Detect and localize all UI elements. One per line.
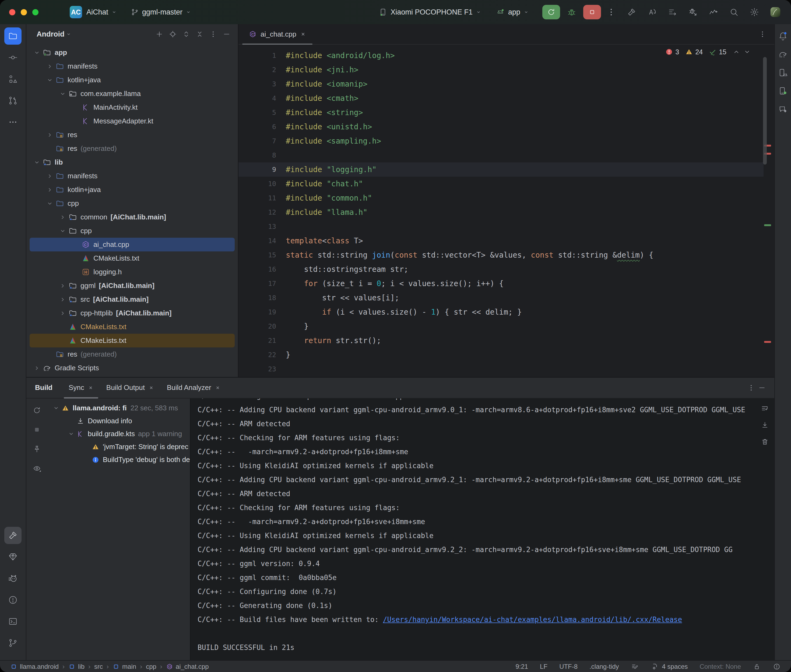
tree-item-messageadapter-kt[interactable]: MessageAdapter.kt — [30, 114, 235, 128]
breadcrumb-lib[interactable]: lib — [68, 663, 85, 670]
code-line-21[interactable]: 21 return str.str(); — [239, 333, 764, 348]
tree-item-cpp-httplib[interactable]: cpp-httplib[AiChat.lib.main] — [30, 306, 235, 320]
add-icon[interactable] — [153, 28, 165, 40]
debug-button[interactable] — [565, 5, 579, 19]
structure-icon[interactable] — [4, 70, 21, 88]
console-link[interactable]: /Users/hanyin/Workspace/ai-chat/examples… — [383, 616, 682, 624]
tree-item-logging-h[interactable]: Hlogging.h — [30, 265, 235, 279]
status-utf-8[interactable]: UTF-8 — [559, 663, 578, 670]
code-line-8[interactable]: 8 — [239, 148, 764, 162]
soft-wrap-icon[interactable] — [761, 404, 770, 413]
code-line-6[interactable]: 6#include <unistd.h> — [239, 120, 764, 134]
status-9-21[interactable]: 9:21 — [515, 663, 528, 670]
tree-item-cmakelists-txt[interactable]: CMakeLists.txt — [30, 334, 235, 347]
close-tab-icon[interactable] — [300, 31, 306, 37]
profiler-icon[interactable] — [707, 6, 720, 19]
error-stripe-mark[interactable] — [764, 224, 771, 226]
tree-chevron-icon[interactable] — [32, 158, 42, 166]
locate-icon[interactable] — [167, 28, 179, 40]
tree-item-com-example-llama[interactable]: com.example.llama — [30, 87, 235, 101]
clear-icon[interactable] — [761, 437, 770, 446]
editor-options-button[interactable] — [757, 29, 768, 40]
tree-item-kotlin-java[interactable]: kotlin+java — [30, 183, 235, 197]
code-line-23[interactable]: 23 — [239, 362, 764, 376]
tree-item-src[interactable]: src[AiChat.lib.main] — [30, 293, 235, 306]
breadcrumb-main[interactable]: main — [112, 663, 136, 670]
build-tab-build-output[interactable]: Build Output — [100, 378, 160, 398]
sync-item-download-info[interactable]: Download info — [47, 414, 190, 427]
status-clang-tidy[interactable]: .clang-tidy — [589, 663, 619, 670]
vcs-branch-icon[interactable] — [4, 634, 21, 651]
run-config-selector[interactable]: app — [496, 8, 529, 17]
next-problem-icon[interactable] — [743, 48, 751, 56]
gemini-icon[interactable] — [776, 102, 790, 116]
running-devices-icon[interactable] — [776, 84, 790, 98]
notifications-icon[interactable] — [776, 29, 790, 43]
quality-insights-icon[interactable] — [4, 548, 21, 565]
code-line-18[interactable]: 18 str << values[i]; — [239, 291, 764, 305]
project-folder-icon[interactable] — [4, 27, 21, 45]
problems-icon[interactable] — [4, 591, 21, 608]
editor-scrollbar[interactable] — [763, 57, 767, 165]
zoom-window-button[interactable] — [32, 9, 39, 15]
tree-chevron-icon[interactable] — [45, 186, 55, 194]
tree-item-lib[interactable]: lib — [30, 155, 235, 169]
status-context-none[interactable]: Context: None — [700, 663, 741, 670]
close-tab-icon[interactable] — [215, 385, 220, 390]
tree-chevron-icon[interactable] — [58, 309, 68, 317]
tree-item-cmakelists-txt[interactable]: CMakeLists.txt — [30, 251, 235, 265]
tree-item-manifests[interactable]: manifests — [30, 59, 235, 73]
gradle-icon[interactable] — [776, 47, 790, 61]
tree-item-res-generated[interactable]: res(generated) — [30, 347, 235, 361]
code-line-14[interactable]: 14template<class T> — [239, 234, 764, 248]
apply-code-icon[interactable] — [666, 6, 679, 19]
code-line-20[interactable]: 20 } — [239, 319, 764, 333]
collapse-all-icon[interactable] — [194, 28, 205, 40]
code-line-9[interactable]: 9#include "logging.h" — [239, 162, 764, 177]
stop-button[interactable] — [583, 5, 601, 19]
more-run-actions-button[interactable] — [605, 6, 618, 19]
tree-chevron-icon[interactable] — [45, 76, 55, 84]
tree-chevron-icon[interactable] — [58, 213, 68, 221]
close-window-button[interactable] — [9, 9, 15, 15]
tree-item-gradle-scripts[interactable]: Gradle Scripts — [30, 361, 235, 375]
build-console[interactable]: C/C++: -- Using KleidiAI optimized kerne… — [190, 398, 774, 660]
close-tab-icon[interactable] — [88, 385, 93, 390]
inspections-widget[interactable]: 3 24 15 — [661, 48, 751, 56]
code-line-5[interactable]: 5#include <string> — [239, 106, 764, 120]
build-tab-sync[interactable]: Sync — [62, 378, 100, 398]
hide-build-panel-button[interactable] — [757, 382, 767, 393]
tree-chevron-icon[interactable] — [58, 90, 68, 98]
build-tab-build-analyzer[interactable]: Build Analyzer — [160, 378, 227, 398]
code-line-3[interactable]: 3#include <iomanip> — [239, 77, 764, 91]
status-error-info[interactable] — [773, 662, 781, 670]
error-stripe-mark[interactable] — [764, 341, 771, 343]
code-line-13[interactable]: 13 — [239, 219, 764, 234]
project-view-selector[interactable]: Android — [37, 30, 64, 38]
code-line-15[interactable]: 15static std::string join(const std::vec… — [239, 248, 764, 262]
refresh-icon[interactable] — [32, 405, 42, 416]
breadcrumb-llama-android[interactable]: llama.android — [10, 663, 59, 670]
tree-item-cmakelists-txt[interactable]: CMakeLists.txt — [30, 320, 235, 334]
breadcrumb-cpp[interactable]: cpp — [146, 663, 156, 670]
tree-chevron-icon[interactable] — [58, 282, 68, 290]
tree-item-res[interactable]: res — [30, 128, 235, 142]
hide-icon[interactable] — [221, 28, 233, 40]
pin-icon[interactable] — [32, 444, 42, 454]
tree-item-ggml[interactable]: ggml[AiChat.lib.main] — [30, 279, 235, 293]
code-line-2[interactable]: 2#include <jni.h> — [239, 62, 764, 77]
app-inspection-icon[interactable] — [4, 570, 21, 587]
apply-changes-icon[interactable] — [646, 6, 659, 19]
tab-ai-chat-cpp[interactable]: C ai_chat.cpp — [241, 24, 314, 44]
status-lock-open[interactable] — [753, 662, 761, 670]
minimize-window-button[interactable] — [21, 9, 27, 15]
code-line-16[interactable]: 16 std::ostringstream str; — [239, 262, 764, 277]
status-4-spaces[interactable]: 4 spaces — [651, 662, 688, 670]
device-manager-icon[interactable] — [776, 66, 790, 80]
commit-icon[interactable] — [4, 49, 21, 66]
close-tab-icon[interactable] — [149, 385, 154, 390]
status-highlighting-level[interactable] — [631, 662, 639, 670]
tree-item-ai-chat-cpp[interactable]: Cai_chat.cpp — [30, 238, 235, 251]
preview-icon[interactable] — [32, 463, 42, 474]
code-editor[interactable]: 1#include <android/log.h>2#include <jni.… — [239, 45, 774, 377]
